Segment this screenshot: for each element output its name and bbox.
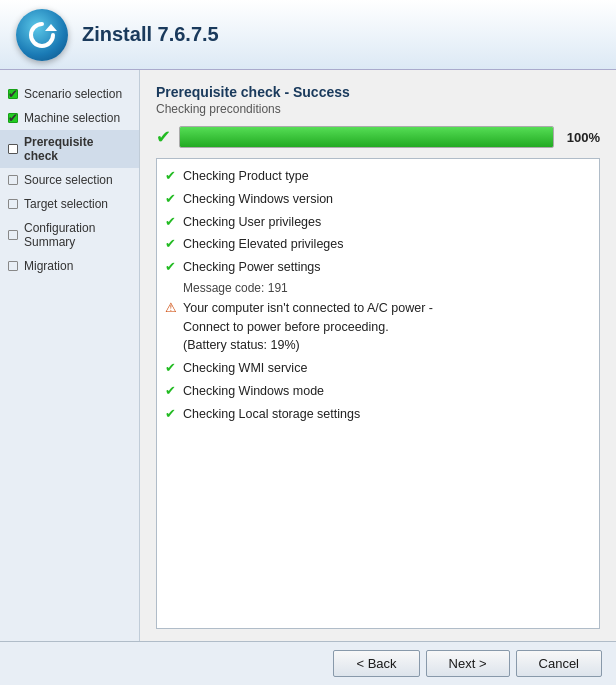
check-label-9: Checking Local storage settings bbox=[183, 405, 591, 424]
sidebar-indicator-2 bbox=[8, 144, 18, 154]
section-title: Prerequisite check - Success bbox=[156, 84, 600, 100]
sidebar-label-3: Source selection bbox=[24, 173, 113, 187]
warn-row-6: ⚠Your computer isn't connected to A/C po… bbox=[165, 297, 591, 357]
sidebar-item-1[interactable]: ✔Machine selection bbox=[0, 106, 139, 130]
checklist-box: ✔Checking Product type✔Checking Windows … bbox=[156, 158, 600, 629]
check-icon-0: ✔ bbox=[165, 168, 183, 183]
check-label-0: Checking Product type bbox=[183, 167, 591, 186]
svg-marker-0 bbox=[45, 24, 57, 31]
progress-row: ✔ 100% bbox=[156, 126, 600, 148]
footer: < Back Next > Cancel bbox=[0, 641, 616, 685]
back-button[interactable]: < Back bbox=[333, 650, 419, 677]
content-area: Prerequisite check - Success Checking pr… bbox=[140, 70, 616, 641]
check-icon-4: ✔ bbox=[165, 259, 183, 274]
check-row-9: ✔Checking Local storage settings bbox=[165, 403, 591, 426]
check-row-3: ✔Checking Elevated privileges bbox=[165, 233, 591, 256]
header: Zinstall 7.6.7.5 bbox=[0, 0, 616, 70]
check-icon-1: ✔ bbox=[165, 191, 183, 206]
sidebar-item-5[interactable]: Configuration Summary bbox=[0, 216, 139, 254]
progress-bar-bg bbox=[179, 126, 554, 148]
sidebar-item-0[interactable]: ✔Scenario selection bbox=[0, 82, 139, 106]
sidebar-indicator-4 bbox=[8, 199, 18, 209]
message-code-5: Message code: 191 bbox=[183, 279, 591, 297]
sidebar-item-4[interactable]: Target selection bbox=[0, 192, 139, 216]
check-icon-7: ✔ bbox=[165, 360, 183, 375]
check-icon-9: ✔ bbox=[165, 406, 183, 421]
next-button[interactable]: Next > bbox=[426, 650, 510, 677]
sidebar-label-4: Target selection bbox=[24, 197, 108, 211]
check-row-0: ✔Checking Product type bbox=[165, 165, 591, 188]
sidebar: ✔Scenario selection✔Machine selectionPre… bbox=[0, 70, 140, 641]
app-logo bbox=[16, 9, 68, 61]
cancel-button[interactable]: Cancel bbox=[516, 650, 602, 677]
check-icon-3: ✔ bbox=[165, 236, 183, 251]
check-label-3: Checking Elevated privileges bbox=[183, 235, 591, 254]
section-subtitle: Checking preconditions bbox=[156, 102, 600, 116]
progress-check-icon: ✔ bbox=[156, 126, 171, 148]
sidebar-indicator-0: ✔ bbox=[8, 89, 18, 99]
progress-percent: 100% bbox=[562, 130, 600, 145]
sidebar-item-6[interactable]: Migration bbox=[0, 254, 139, 278]
warn-icon-6: ⚠ bbox=[165, 300, 183, 315]
check-label-4: Checking Power settings bbox=[183, 258, 591, 277]
sidebar-label-2: Prerequisite check bbox=[24, 135, 129, 163]
check-label-2: Checking User privileges bbox=[183, 213, 591, 232]
check-label-7: Checking WMI service bbox=[183, 359, 591, 378]
sidebar-indicator-6 bbox=[8, 261, 18, 271]
sidebar-label-0: Scenario selection bbox=[24, 87, 122, 101]
check-label-1: Checking Windows version bbox=[183, 190, 591, 209]
check-row-8: ✔Checking Windows mode bbox=[165, 380, 591, 403]
sidebar-label-1: Machine selection bbox=[24, 111, 120, 125]
check-icon-8: ✔ bbox=[165, 383, 183, 398]
sidebar-item-2[interactable]: Prerequisite check bbox=[0, 130, 139, 168]
main-area: ✔Scenario selection✔Machine selectionPre… bbox=[0, 70, 616, 641]
sidebar-indicator-5 bbox=[8, 230, 18, 240]
check-row-4: ✔Checking Power settings bbox=[165, 256, 591, 279]
sidebar-indicator-3 bbox=[8, 175, 18, 185]
progress-bar-fill bbox=[180, 127, 553, 147]
check-row-1: ✔Checking Windows version bbox=[165, 188, 591, 211]
check-icon-2: ✔ bbox=[165, 214, 183, 229]
sidebar-label-6: Migration bbox=[24, 259, 73, 273]
warn-text-6: Your computer isn't connected to A/C pow… bbox=[183, 299, 591, 355]
sidebar-indicator-1: ✔ bbox=[8, 113, 18, 123]
check-label-8: Checking Windows mode bbox=[183, 382, 591, 401]
check-row-2: ✔Checking User privileges bbox=[165, 211, 591, 234]
sidebar-label-5: Configuration Summary bbox=[24, 221, 129, 249]
sidebar-item-3[interactable]: Source selection bbox=[0, 168, 139, 192]
check-row-7: ✔Checking WMI service bbox=[165, 357, 591, 380]
app-title: Zinstall 7.6.7.5 bbox=[82, 23, 219, 46]
